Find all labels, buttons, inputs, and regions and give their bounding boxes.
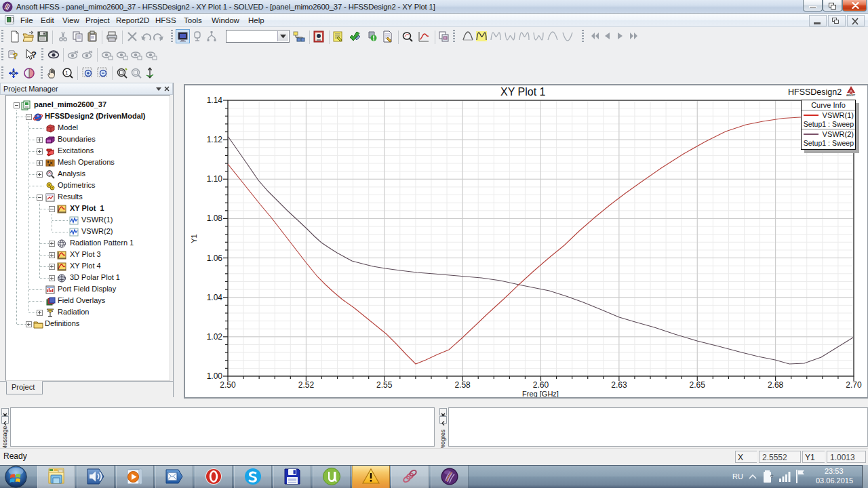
svg-text:Y1: Y1: [190, 234, 198, 243]
svg-text:2.63: 2.63: [611, 380, 627, 390]
svg-text:2.60: 2.60: [533, 380, 549, 390]
svg-text:Freq [GHz]: Freq [GHz]: [522, 390, 559, 397]
svg-text:1.08: 1.08: [207, 214, 223, 223]
svg-text:2.70: 2.70: [846, 380, 862, 390]
svg-text:1.10: 1.10: [207, 174, 223, 184]
svg-text:?: ?: [31, 49, 37, 60]
svg-text:1: 1: [65, 70, 68, 76]
svg-text:2.68: 2.68: [768, 380, 784, 390]
svg-text:2.50: 2.50: [220, 380, 236, 390]
svg-text:1.06: 1.06: [207, 253, 223, 263]
svg-text:1.04: 1.04: [207, 293, 223, 302]
svg-text:?: ?: [13, 52, 18, 61]
svg-text:1.02: 1.02: [207, 332, 223, 342]
svg-text:1.00: 1.00: [207, 371, 223, 381]
svg-text:1.12: 1.12: [207, 135, 223, 144]
svg-text:2.55: 2.55: [376, 380, 393, 390]
svg-text:2.65: 2.65: [690, 380, 706, 390]
svg-text:1.14: 1.14: [207, 96, 223, 105]
svg-text:2.52: 2.52: [298, 380, 315, 390]
svg-text:2.58: 2.58: [454, 380, 471, 390]
